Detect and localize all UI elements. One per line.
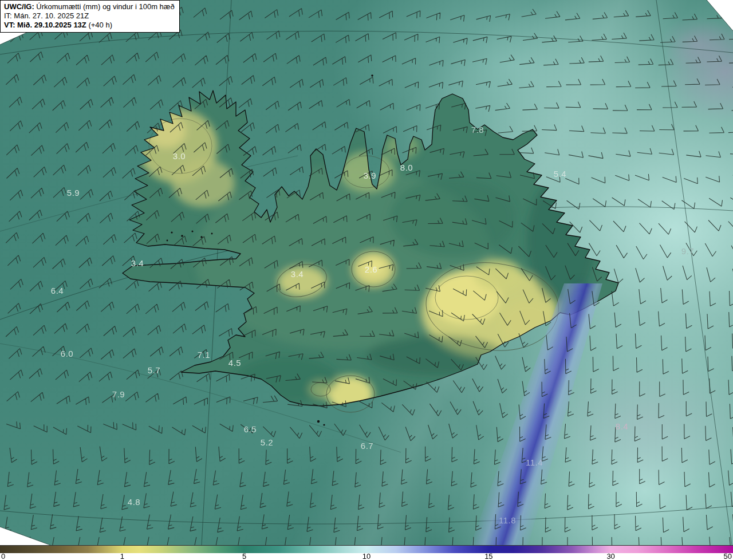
colorbar-tick: 30 <box>606 552 614 560</box>
title-box: UWC/IG: Úrkomumætti (mm) og vindur i 100… <box>0 0 180 33</box>
map-canvas: 3.05.93.98.05.47.89.73.46.43.42.66.07.14… <box>0 0 733 545</box>
weather-map-frame: 3.05.93.98.05.47.89.73.46.43.42.66.07.14… <box>0 0 733 560</box>
title-line-init: IT: Mán. 27. 10. 2025 21Z <box>4 11 175 21</box>
title-line-product: UWC/IG: Úrkomumætti (mm) og vindur i 100… <box>4 2 175 11</box>
colorbar-tick: 10 <box>362 552 371 560</box>
colorbar-tick: 50 <box>724 552 732 560</box>
colorbar-tick: 1 <box>120 552 124 560</box>
colorbar-tick: 15 <box>484 552 492 560</box>
title-line-valid: VT: Mið. 29.10.2025 13Z (+40 h) <box>4 21 175 30</box>
valid-time: VT: Mið. 29.10.2025 13Z <box>4 21 86 29</box>
model-id: UWC/IG: <box>4 2 34 11</box>
lead-time: (+40 h) <box>86 21 112 29</box>
colorbar-tick: 0 <box>1 552 5 560</box>
product-title: Úrkomumætti (mm) og vindur i 100m hæð <box>34 2 175 11</box>
colorbar-tick: 5 <box>242 552 246 560</box>
colorbar-tick-labels: 01510153050 <box>0 553 733 560</box>
map-overlay-svg <box>0 0 733 545</box>
